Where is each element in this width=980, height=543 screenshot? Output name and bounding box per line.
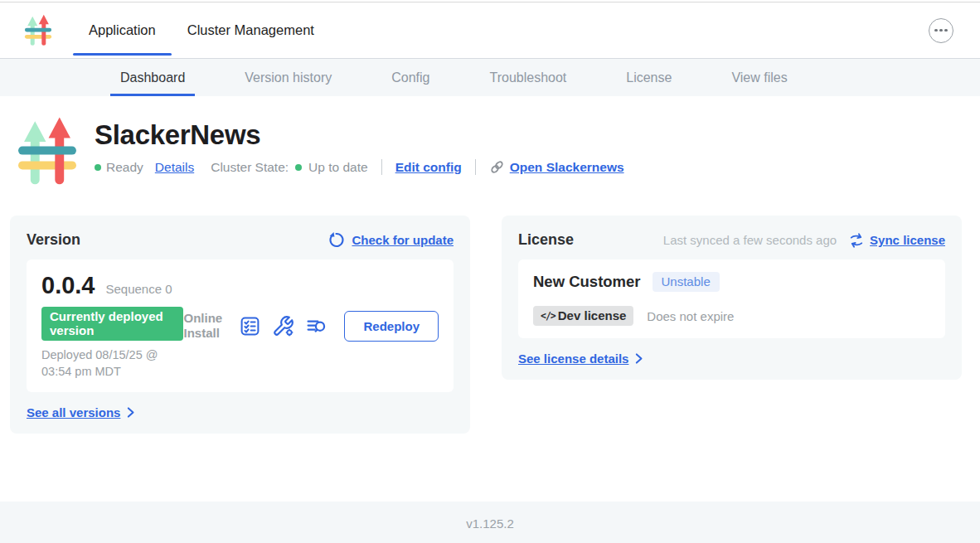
config-wrench-icon — [272, 315, 294, 337]
version-card-header: Version Check for update — [27, 231, 454, 249]
open-app-linkline[interactable]: Open Slackernews — [489, 159, 624, 175]
subnav-tab-troubleshoot-label: Troubleshoot — [489, 70, 566, 85]
subnav-tab-license[interactable]: License — [616, 59, 682, 96]
license-expiration: Does not expire — [647, 309, 734, 323]
open-app-link[interactable]: Open Slackernews — [510, 160, 624, 175]
see-all-versions[interactable]: See all versions — [27, 405, 454, 419]
license-card: License Last synced a few seconds ago Sy… — [502, 216, 962, 380]
sync-license[interactable]: Sync license — [848, 232, 945, 249]
redeploy-button[interactable]: Redeploy — [344, 311, 439, 342]
app-header-text: SlackerNews Ready Details Cluster State:… — [95, 114, 624, 175]
deploy-logs-icon — [305, 315, 327, 337]
last-synced-text: Last synced a few seconds ago — [663, 233, 837, 247]
config-wrench-button[interactable] — [272, 315, 294, 337]
version-number: 0.0.4 — [41, 272, 95, 299]
more-menu-button[interactable] — [929, 18, 953, 43]
console-version: v1.125.2 — [466, 516, 514, 531]
ellipsis-dot — [944, 29, 948, 32]
app-logo-small — [0, 2, 73, 58]
subnav-tab-dashboard-label: Dashboard — [120, 70, 185, 85]
divider — [475, 159, 476, 175]
cluster-state-value: Up to date — [308, 160, 368, 175]
subnav-tab-license-label: License — [626, 70, 672, 85]
cluster-state-dot — [295, 164, 302, 171]
deployed-timestamp: Deployed 08/15/25 @ 03:54 pm MDT — [41, 347, 183, 380]
tab-application-label: Application — [89, 22, 156, 38]
chain-link-icon — [489, 159, 505, 175]
current-version-panel: 0.0.4 Sequence 0 Currently deployed vers… — [27, 259, 454, 392]
version-card-title: Version — [27, 231, 80, 249]
slackernews-logo-icon — [15, 116, 80, 188]
channel-badge: Unstable — [653, 272, 720, 292]
tab-cluster-management-label: Cluster Management — [187, 22, 314, 38]
edit-config-link[interactable]: Edit config — [395, 160, 462, 175]
app-status-dot — [95, 164, 101, 171]
customer-row: New Customer Unstable — [533, 272, 930, 292]
app-header: SlackerNews Ready Details Cluster State:… — [15, 114, 980, 188]
check-for-update[interactable]: Check for update — [327, 231, 454, 249]
deploy-logs-button[interactable] — [305, 315, 327, 337]
divider — [381, 159, 382, 175]
version-card: Version Check for update 0.0.4 Sequence — [10, 216, 470, 434]
sync-arrows-icon — [848, 232, 865, 249]
license-card-title: License — [518, 231, 574, 249]
see-license-details-link[interactable]: See license details — [518, 351, 628, 366]
slackernews-logo-icon — [23, 14, 53, 47]
license-details-panel: New Customer Unstable </> Dev license Do… — [518, 259, 945, 338]
deployed-status-badge: Currently deployed version — [41, 307, 183, 341]
version-info: 0.0.4 Sequence 0 Currently deployed vers… — [41, 272, 183, 380]
dashboard-main: SlackerNews Ready Details Cluster State:… — [0, 96, 980, 502]
subnav-tab-view-files-label: View files — [731, 70, 787, 85]
topbar-tabs: Application Cluster Management — [73, 2, 330, 58]
version-sequence: Sequence 0 — [106, 282, 172, 296]
app-status-text: Ready — [106, 160, 143, 175]
topbar: Application Cluster Management — [0, 2, 980, 59]
customer-name: New Customer — [533, 273, 641, 291]
subnav-tab-config[interactable]: Config — [381, 59, 439, 96]
subnav-tab-version-history[interactable]: Version history — [235, 59, 342, 96]
topbar-right — [929, 2, 980, 58]
see-license-details[interactable]: See license details — [518, 351, 945, 366]
chevron-right-icon — [124, 405, 138, 419]
tab-application[interactable]: Application — [73, 2, 172, 58]
ellipsis-dot — [934, 29, 938, 32]
preflight-checks-icon — [239, 315, 261, 337]
app-subnav: Dashboard Version history Config Trouble… — [0, 59, 980, 96]
tab-cluster-management[interactable]: Cluster Management — [172, 2, 330, 58]
kots-admin-console: Application Cluster Management Dashboard… — [0, 0, 980, 543]
license-sync-area: Last synced a few seconds ago Sync licen… — [663, 232, 945, 249]
dashboard-cards: Version Check for update 0.0.4 Sequence — [10, 216, 962, 434]
version-actions: Online Install — [183, 311, 439, 342]
version-action-icons — [239, 315, 327, 337]
chevron-right-icon — [632, 351, 646, 366]
install-type-label: Online Install — [183, 311, 226, 341]
app-logo-large — [15, 116, 80, 188]
subnav-tab-version-history-label: Version history — [245, 70, 332, 85]
license-type-badge: </> Dev license — [533, 306, 633, 326]
subnav-tab-view-files[interactable]: View files — [721, 59, 797, 96]
subnav-tab-dashboard[interactable]: Dashboard — [110, 59, 195, 96]
license-type-label: Dev license — [558, 308, 627, 322]
check-for-update-link[interactable]: Check for update — [352, 233, 454, 247]
preflight-checks-button[interactable] — [239, 315, 261, 337]
refresh-icon — [327, 231, 345, 249]
sync-license-link[interactable]: Sync license — [870, 233, 945, 247]
see-all-versions-link[interactable]: See all versions — [27, 405, 120, 419]
status-details-link[interactable]: Details — [155, 160, 194, 175]
app-status-row: Ready Details Cluster State: Up to date … — [95, 159, 624, 175]
ellipsis-dot — [939, 29, 943, 32]
console-footer: v1.125.2 — [0, 502, 980, 543]
version-number-row: 0.0.4 Sequence 0 — [41, 272, 183, 299]
subnav-tab-troubleshoot[interactable]: Troubleshoot — [479, 59, 576, 96]
subnav-tab-config-label: Config — [391, 70, 429, 85]
license-type-row: </> Dev license Does not expire — [533, 306, 930, 326]
code-brackets-icon: </> — [541, 310, 555, 322]
license-card-header: License Last synced a few seconds ago Sy… — [518, 231, 945, 249]
app-title: SlackerNews — [95, 119, 624, 151]
cluster-state-label: Cluster State: — [211, 160, 289, 175]
